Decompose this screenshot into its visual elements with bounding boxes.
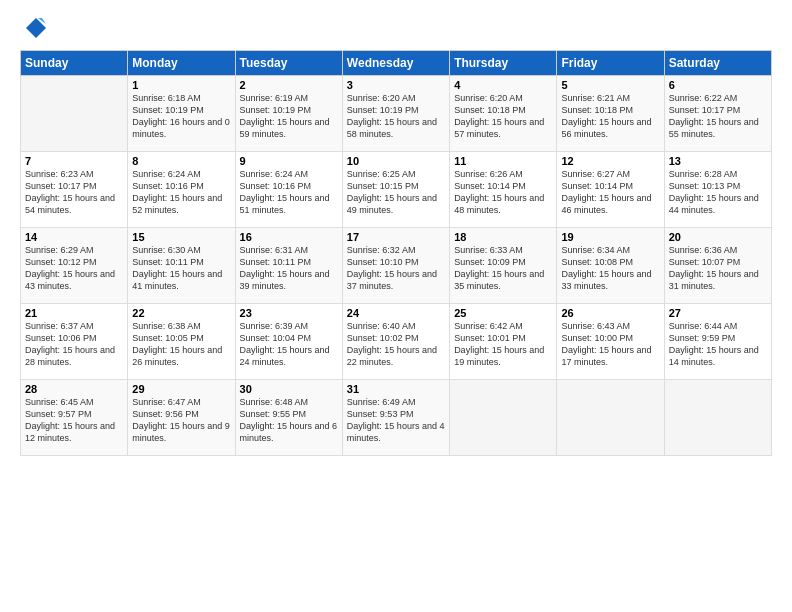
calendar-cell xyxy=(21,76,128,152)
calendar-cell: 12Sunrise: 6:27 AMSunset: 10:14 PMDaylig… xyxy=(557,152,664,228)
day-number: 13 xyxy=(669,155,767,167)
day-number: 28 xyxy=(25,383,123,395)
day-number: 15 xyxy=(132,231,230,243)
day-number: 30 xyxy=(240,383,338,395)
day-info: Sunrise: 6:29 AMSunset: 10:12 PMDaylight… xyxy=(25,244,123,293)
day-number: 12 xyxy=(561,155,659,167)
logo xyxy=(20,16,48,40)
day-number: 26 xyxy=(561,307,659,319)
day-number: 1 xyxy=(132,79,230,91)
day-number: 10 xyxy=(347,155,445,167)
header xyxy=(20,16,772,40)
day-info: Sunrise: 6:32 AMSunset: 10:10 PMDaylight… xyxy=(347,244,445,293)
day-info: Sunrise: 6:36 AMSunset: 10:07 PMDaylight… xyxy=(669,244,767,293)
day-info: Sunrise: 6:48 AMSunset: 9:55 PMDaylight:… xyxy=(240,396,338,445)
calendar-cell: 27Sunrise: 6:44 AMSunset: 9:59 PMDayligh… xyxy=(664,304,771,380)
calendar-cell xyxy=(557,380,664,456)
day-info: Sunrise: 6:18 AMSunset: 10:19 PMDaylight… xyxy=(132,92,230,141)
day-number: 18 xyxy=(454,231,552,243)
calendar-cell: 31Sunrise: 6:49 AMSunset: 9:53 PMDayligh… xyxy=(342,380,449,456)
day-header-monday: Monday xyxy=(128,51,235,76)
day-header-tuesday: Tuesday xyxy=(235,51,342,76)
calendar-cell: 7Sunrise: 6:23 AMSunset: 10:17 PMDayligh… xyxy=(21,152,128,228)
day-info: Sunrise: 6:24 AMSunset: 10:16 PMDaylight… xyxy=(240,168,338,217)
calendar-cell: 8Sunrise: 6:24 AMSunset: 10:16 PMDayligh… xyxy=(128,152,235,228)
calendar-cell: 16Sunrise: 6:31 AMSunset: 10:11 PMDaylig… xyxy=(235,228,342,304)
calendar-cell: 23Sunrise: 6:39 AMSunset: 10:04 PMDaylig… xyxy=(235,304,342,380)
calendar-cell: 29Sunrise: 6:47 AMSunset: 9:56 PMDayligh… xyxy=(128,380,235,456)
day-info: Sunrise: 6:30 AMSunset: 10:11 PMDaylight… xyxy=(132,244,230,293)
calendar-cell: 25Sunrise: 6:42 AMSunset: 10:01 PMDaylig… xyxy=(450,304,557,380)
day-number: 16 xyxy=(240,231,338,243)
day-info: Sunrise: 6:34 AMSunset: 10:08 PMDaylight… xyxy=(561,244,659,293)
day-info: Sunrise: 6:47 AMSunset: 9:56 PMDaylight:… xyxy=(132,396,230,445)
day-number: 24 xyxy=(347,307,445,319)
calendar-cell: 30Sunrise: 6:48 AMSunset: 9:55 PMDayligh… xyxy=(235,380,342,456)
calendar-cell: 1Sunrise: 6:18 AMSunset: 10:19 PMDayligh… xyxy=(128,76,235,152)
day-number: 5 xyxy=(561,79,659,91)
day-info: Sunrise: 6:33 AMSunset: 10:09 PMDaylight… xyxy=(454,244,552,293)
day-number: 6 xyxy=(669,79,767,91)
calendar-cell: 11Sunrise: 6:26 AMSunset: 10:14 PMDaylig… xyxy=(450,152,557,228)
calendar-week-1: 1Sunrise: 6:18 AMSunset: 10:19 PMDayligh… xyxy=(21,76,772,152)
calendar-header-row: SundayMondayTuesdayWednesdayThursdayFrid… xyxy=(21,51,772,76)
calendar-page: SundayMondayTuesdayWednesdayThursdayFrid… xyxy=(0,0,792,612)
day-info: Sunrise: 6:27 AMSunset: 10:14 PMDaylight… xyxy=(561,168,659,217)
calendar-table: SundayMondayTuesdayWednesdayThursdayFrid… xyxy=(20,50,772,456)
day-info: Sunrise: 6:20 AMSunset: 10:19 PMDaylight… xyxy=(347,92,445,141)
calendar-cell: 3Sunrise: 6:20 AMSunset: 10:19 PMDayligh… xyxy=(342,76,449,152)
day-header-saturday: Saturday xyxy=(664,51,771,76)
day-info: Sunrise: 6:44 AMSunset: 9:59 PMDaylight:… xyxy=(669,320,767,369)
day-header-thursday: Thursday xyxy=(450,51,557,76)
calendar-cell: 10Sunrise: 6:25 AMSunset: 10:15 PMDaylig… xyxy=(342,152,449,228)
calendar-cell: 20Sunrise: 6:36 AMSunset: 10:07 PMDaylig… xyxy=(664,228,771,304)
day-info: Sunrise: 6:43 AMSunset: 10:00 PMDaylight… xyxy=(561,320,659,369)
day-header-friday: Friday xyxy=(557,51,664,76)
day-info: Sunrise: 6:19 AMSunset: 10:19 PMDaylight… xyxy=(240,92,338,141)
day-number: 23 xyxy=(240,307,338,319)
calendar-cell: 26Sunrise: 6:43 AMSunset: 10:00 PMDaylig… xyxy=(557,304,664,380)
day-number: 9 xyxy=(240,155,338,167)
calendar-week-2: 7Sunrise: 6:23 AMSunset: 10:17 PMDayligh… xyxy=(21,152,772,228)
calendar-cell: 24Sunrise: 6:40 AMSunset: 10:02 PMDaylig… xyxy=(342,304,449,380)
calendar-cell: 19Sunrise: 6:34 AMSunset: 10:08 PMDaylig… xyxy=(557,228,664,304)
day-info: Sunrise: 6:24 AMSunset: 10:16 PMDaylight… xyxy=(132,168,230,217)
calendar-cell: 6Sunrise: 6:22 AMSunset: 10:17 PMDayligh… xyxy=(664,76,771,152)
day-info: Sunrise: 6:38 AMSunset: 10:05 PMDaylight… xyxy=(132,320,230,369)
day-number: 25 xyxy=(454,307,552,319)
day-info: Sunrise: 6:31 AMSunset: 10:11 PMDaylight… xyxy=(240,244,338,293)
day-info: Sunrise: 6:20 AMSunset: 10:18 PMDaylight… xyxy=(454,92,552,141)
day-info: Sunrise: 6:25 AMSunset: 10:15 PMDaylight… xyxy=(347,168,445,217)
day-info: Sunrise: 6:23 AMSunset: 10:17 PMDaylight… xyxy=(25,168,123,217)
day-info: Sunrise: 6:26 AMSunset: 10:14 PMDaylight… xyxy=(454,168,552,217)
day-info: Sunrise: 6:22 AMSunset: 10:17 PMDaylight… xyxy=(669,92,767,141)
day-number: 17 xyxy=(347,231,445,243)
day-number: 19 xyxy=(561,231,659,243)
calendar-cell: 13Sunrise: 6:28 AMSunset: 10:13 PMDaylig… xyxy=(664,152,771,228)
day-info: Sunrise: 6:39 AMSunset: 10:04 PMDaylight… xyxy=(240,320,338,369)
day-info: Sunrise: 6:21 AMSunset: 10:18 PMDaylight… xyxy=(561,92,659,141)
day-number: 7 xyxy=(25,155,123,167)
day-number: 20 xyxy=(669,231,767,243)
day-info: Sunrise: 6:49 AMSunset: 9:53 PMDaylight:… xyxy=(347,396,445,445)
day-number: 31 xyxy=(347,383,445,395)
calendar-cell xyxy=(450,380,557,456)
calendar-cell: 18Sunrise: 6:33 AMSunset: 10:09 PMDaylig… xyxy=(450,228,557,304)
calendar-week-3: 14Sunrise: 6:29 AMSunset: 10:12 PMDaylig… xyxy=(21,228,772,304)
day-number: 2 xyxy=(240,79,338,91)
calendar-cell xyxy=(664,380,771,456)
day-number: 27 xyxy=(669,307,767,319)
calendar-cell: 21Sunrise: 6:37 AMSunset: 10:06 PMDaylig… xyxy=(21,304,128,380)
day-number: 22 xyxy=(132,307,230,319)
calendar-cell: 22Sunrise: 6:38 AMSunset: 10:05 PMDaylig… xyxy=(128,304,235,380)
calendar-week-4: 21Sunrise: 6:37 AMSunset: 10:06 PMDaylig… xyxy=(21,304,772,380)
calendar-cell: 9Sunrise: 6:24 AMSunset: 10:16 PMDayligh… xyxy=(235,152,342,228)
day-number: 21 xyxy=(25,307,123,319)
calendar-cell: 4Sunrise: 6:20 AMSunset: 10:18 PMDayligh… xyxy=(450,76,557,152)
day-info: Sunrise: 6:40 AMSunset: 10:02 PMDaylight… xyxy=(347,320,445,369)
calendar-cell: 28Sunrise: 6:45 AMSunset: 9:57 PMDayligh… xyxy=(21,380,128,456)
day-number: 11 xyxy=(454,155,552,167)
day-info: Sunrise: 6:42 AMSunset: 10:01 PMDaylight… xyxy=(454,320,552,369)
calendar-week-5: 28Sunrise: 6:45 AMSunset: 9:57 PMDayligh… xyxy=(21,380,772,456)
day-number: 29 xyxy=(132,383,230,395)
